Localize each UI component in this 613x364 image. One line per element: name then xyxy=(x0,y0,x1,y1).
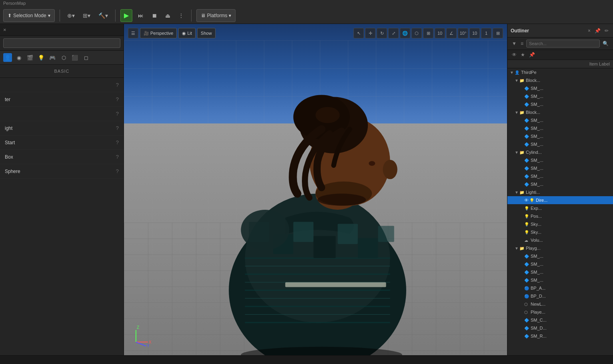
more-button[interactable]: ⋮ xyxy=(176,9,186,22)
grid-size-icon[interactable]: ⊞ xyxy=(423,28,433,38)
surface-icon[interactable]: ⬡ xyxy=(411,28,422,38)
snap-button[interactable]: ⊞▾ xyxy=(80,9,93,22)
tree-item-playe[interactable]: ⬡Playe... xyxy=(507,308,613,316)
visibility-filter-icon[interactable]: 👁 xyxy=(511,51,518,58)
tree-item-sm11[interactable]: 🔷SM_... xyxy=(507,180,613,188)
filter-icon[interactable]: ▼ xyxy=(511,40,518,47)
viewport[interactable]: ☰ 🎥 Perspective ◉ Lit Show ↖ ✛ ↻ ⤢ 🌐 ⬡ ⊞… xyxy=(124,24,507,355)
angle-icon[interactable]: ∠ xyxy=(446,28,457,38)
show-button[interactable]: Show xyxy=(197,28,216,38)
all-classes-icon[interactable]: 👤 xyxy=(3,53,12,62)
close-icon[interactable]: × xyxy=(3,27,6,33)
play-next-button[interactable]: ⏭ xyxy=(136,9,146,22)
tree-item-playg[interactable]: ▼📁Playg... xyxy=(507,244,613,252)
shapes-icon[interactable]: ◉ xyxy=(14,53,23,62)
play-button[interactable]: ▶ xyxy=(120,9,132,22)
perspective-button[interactable]: 🎥 Perspective xyxy=(140,28,177,38)
game-icon[interactable]: 🎮 xyxy=(48,53,57,62)
tree-item-newl[interactable]: ⬡NewL... xyxy=(507,300,613,308)
list-item[interactable]: ight ? xyxy=(0,121,124,135)
tree-item-sm10[interactable]: 🔷SM_... xyxy=(507,172,613,180)
tree-item-block1[interactable]: ▼📁Block... xyxy=(507,76,613,84)
tree-item-exp[interactable]: 💡Exp... xyxy=(507,204,613,212)
tree-label: SM_... xyxy=(531,102,611,107)
tree-item-sm8[interactable]: 🔷SM_... xyxy=(507,156,613,164)
tree-item-dire[interactable]: 👁💡Dire... xyxy=(507,196,613,204)
tree-item-bp_a[interactable]: 🔵BP_A... xyxy=(507,284,613,292)
camera-settings-icon[interactable]: ⊞ xyxy=(493,28,503,38)
list-item[interactable]: ? xyxy=(0,107,124,121)
tree-item-thirdpe[interactable]: ▼👤ThirdPe xyxy=(507,68,613,76)
tree-item-sm_d[interactable]: 🔷SM_D... xyxy=(507,324,613,332)
help-icon-4[interactable]: ? xyxy=(116,125,119,131)
tree-item-sm14[interactable]: 🔷SM_... xyxy=(507,268,613,276)
filter-options-icon[interactable]: ≡ xyxy=(519,40,525,47)
viewport-menu-button[interactable]: ☰ xyxy=(128,28,138,38)
add-actor-button[interactable]: ⊕▾ xyxy=(65,9,77,22)
tree-item-pos[interactable]: 💡Pos... xyxy=(507,212,613,220)
stop-button[interactable]: ⏹ xyxy=(149,9,160,22)
lights-icon[interactable]: 💡 xyxy=(37,53,46,62)
tree-item-sky1[interactable]: 💡Sky... xyxy=(507,220,613,228)
search-icon[interactable]: 🔍 xyxy=(601,40,610,47)
grid-num-1[interactable]: 10 xyxy=(435,28,445,38)
tree-item-block2[interactable]: ▼📁Block... xyxy=(507,108,613,116)
pin-filter-icon[interactable]: 📌 xyxy=(528,51,536,58)
list-item[interactable]: Sphere ? xyxy=(0,164,124,179)
tree-item-sm7[interactable]: 🔷SM_... xyxy=(507,140,613,148)
scale-num[interactable]: 10 xyxy=(469,28,480,38)
tree-item-sm2[interactable]: 🔷SM_... xyxy=(507,92,613,100)
tree-item-sm_c[interactable]: 🔷SM_C... xyxy=(507,316,613,324)
list-item[interactable]: Box ? xyxy=(0,150,124,164)
search-input[interactable] xyxy=(3,38,120,48)
tree-item-sm15[interactable]: 🔷SM_... xyxy=(507,276,613,284)
edit-outliner-button[interactable]: ✏ xyxy=(603,27,610,34)
move-icon[interactable]: ✛ xyxy=(365,28,375,38)
help-icon-1[interactable]: ? xyxy=(116,82,119,88)
help-icon-6[interactable]: ? xyxy=(116,154,119,160)
help-icon-7[interactable]: ? xyxy=(116,168,119,174)
star-filter-icon[interactable]: ★ xyxy=(519,51,526,58)
list-item[interactable]: Start ? xyxy=(0,135,124,150)
volumes-icon[interactable]: ⬡ xyxy=(59,53,68,62)
outliner-search-input[interactable] xyxy=(526,40,600,48)
tree-type-icon: ⬡ xyxy=(524,310,531,314)
tree-item-sm_r[interactable]: 🔷SM_R... xyxy=(507,332,613,340)
platforms-button[interactable]: 🖥 Platforms ▾ xyxy=(196,9,236,22)
tree-item-sm1[interactable]: 🔷SM_... xyxy=(507,84,613,92)
tree-label: SM_... xyxy=(531,86,611,91)
tree-item-cylind[interactable]: ▼📁Cylind... xyxy=(507,148,613,156)
lock-outliner-button[interactable]: 📌 xyxy=(593,27,602,34)
help-icon-2[interactable]: ? xyxy=(116,96,119,102)
tree-item-sm5[interactable]: 🔷SM_... xyxy=(507,124,613,132)
scale-num-2[interactable]: 1 xyxy=(481,28,491,38)
recent-icon[interactable]: ◻ xyxy=(82,53,90,62)
outliner-tree[interactable]: ▼👤ThirdPe▼📁Block...🔷SM_...🔷SM_...🔷SM_...… xyxy=(507,68,613,355)
build-button[interactable]: 🔨▾ xyxy=(96,9,110,22)
lit-button[interactable]: ◉ Lit xyxy=(178,28,196,38)
tree-item-sky2[interactable]: 💡Sky... xyxy=(507,228,613,236)
tree-item-sm3[interactable]: 🔷SM_... xyxy=(507,100,613,108)
list-item[interactable]: ter ? xyxy=(0,92,124,107)
cinematic-icon[interactable]: 🎬 xyxy=(26,53,34,62)
list-item[interactable]: ? xyxy=(0,78,124,92)
tree-item-sm13[interactable]: 🔷SM_... xyxy=(507,260,613,268)
tree-item-lighti[interactable]: ▼📁Lighti... xyxy=(507,188,613,196)
help-icon-3[interactable]: ? xyxy=(116,111,119,117)
tree-item-sm4[interactable]: 🔷SM_... xyxy=(507,116,613,124)
tree-item-sm6[interactable]: 🔷SM_... xyxy=(507,132,613,140)
tree-item-bp_d[interactable]: 🔵BP_D... xyxy=(507,292,613,300)
world-icon[interactable]: 🌐 xyxy=(400,28,410,38)
rotate-icon[interactable]: ↻ xyxy=(377,28,387,38)
select-mode-icon[interactable]: ↖ xyxy=(353,28,364,38)
selection-mode-button[interactable]: ⬆ Selection Mode ▾ xyxy=(3,9,55,22)
tree-item-volu[interactable]: ☁Volu... xyxy=(507,236,613,244)
tree-item-sm12[interactable]: 🔷SM_... xyxy=(507,252,613,260)
close-outliner-button[interactable]: × xyxy=(587,27,592,34)
help-icon-5[interactable]: ? xyxy=(116,139,119,145)
angle-num[interactable]: 10° xyxy=(458,28,468,38)
scale-icon[interactable]: ⤢ xyxy=(388,28,399,38)
tree-item-sm9[interactable]: 🔷SM_... xyxy=(507,164,613,172)
eject-button[interactable]: ⏏ xyxy=(163,9,173,22)
utils-icon[interactable]: ⬛ xyxy=(70,53,79,62)
